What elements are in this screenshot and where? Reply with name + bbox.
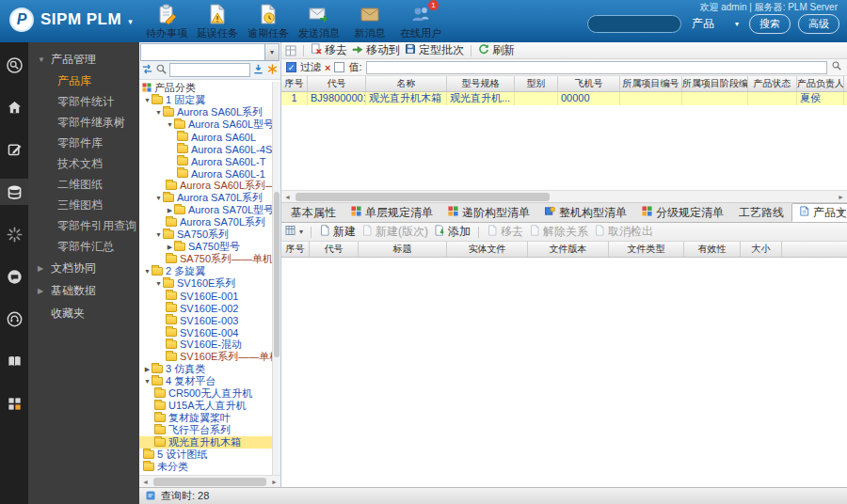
column-header-代号[interactable]: 代号 [310, 242, 359, 257]
tree-item[interactable]: 飞行平台系列 [139, 424, 280, 436]
tree-item[interactable]: Aurora SA60L [139, 131, 280, 143]
menu-item-零部件汇总[interactable]: 零部件汇总 [28, 236, 139, 257]
tabs-overflow-icon[interactable]: ▾ [839, 208, 843, 216]
global-search-input[interactable] [587, 15, 681, 33]
tree-item[interactable]: SV160E-004 [139, 326, 280, 339]
tab-递阶构型清单[interactable]: 递阶构型清单 [440, 203, 537, 222]
tree-expand-closed-icon[interactable]: ▶ [166, 207, 174, 214]
column-header-所属项目阶段编号[interactable]: 所属项目阶段编号 [682, 76, 748, 91]
tree-item[interactable]: ▼4 复材平台 [139, 375, 280, 387]
column-select-icon[interactable] [285, 45, 296, 56]
tree-expand-open-icon[interactable]: ▼ [143, 97, 152, 103]
sidebar-database-icon[interactable] [0, 179, 28, 205]
tree-expand-closed-icon[interactable]: ▶ [143, 366, 152, 373]
tree-item[interactable]: ▼Aurora SA60L型号 [139, 118, 280, 131]
tree-expand-open-icon[interactable]: ▼ [143, 378, 152, 385]
toolbar-button-定型批次[interactable]: 定型批次 [405, 42, 464, 58]
filter-clear-icon[interactable]: × [325, 62, 330, 73]
tree-expand-open-icon[interactable]: ▼ [154, 195, 163, 201]
column-header-产品状态[interactable]: 产品状态 [748, 76, 797, 91]
column-header-飞机号[interactable]: 飞机号 [558, 76, 620, 91]
menu-item-技术文档[interactable]: 技术文档 [28, 153, 139, 174]
tab-工艺路线[interactable]: 工艺路线 [731, 203, 791, 222]
topnav-send-message[interactable]: 发送消息 [294, 3, 344, 40]
tree-expand-open-icon[interactable]: ▼ [166, 121, 174, 128]
menu-item-零部件库[interactable]: 零部件库 [28, 133, 139, 153]
topnav-online-users[interactable]: 1在线用户 [395, 3, 446, 40]
topnav-delayed-tasks[interactable]: 延误任务 [192, 3, 243, 40]
tree-filter-combobox[interactable]: ▾ [140, 43, 280, 61]
tree-item[interactable]: CR500无人直升机 [139, 387, 280, 400]
filter-value-input[interactable] [366, 61, 828, 74]
tree-item[interactable]: ▶3 仿真类 [139, 363, 280, 375]
toolbar-button-刷新[interactable]: 刷新 [478, 42, 515, 58]
tab-分级规定清单[interactable]: 分级规定清单 [634, 203, 731, 222]
tree-expand-open-icon[interactable]: ▼ [154, 109, 163, 116]
tab-整机构型清单[interactable]: 整机构型清单 [537, 203, 634, 222]
tree-item[interactable]: ▼SV160E系列 [139, 277, 280, 290]
menu-item-零部件统计[interactable]: 零部件统计 [28, 91, 139, 112]
menu-section-基础数据[interactable]: ▶基础数据 [28, 279, 139, 302]
column-header-有效性[interactable]: 有效性 [684, 242, 741, 257]
tree-item[interactable]: Aurora SA60L-1 [139, 167, 280, 180]
sidebar-book-icon[interactable] [0, 348, 28, 374]
filter-search-icon[interactable] [831, 60, 842, 74]
column-header-型号规格[interactable]: 型号规格 [447, 76, 515, 91]
tree-item[interactable]: SV160E-003 [139, 314, 280, 326]
advanced-search-button[interactable]: 高级 [798, 14, 839, 34]
column-header-文件类型[interactable]: 文件类型 [609, 242, 684, 257]
tree-item[interactable]: Aurora SA70L系列单机构型 [139, 216, 280, 228]
tab-基本属性[interactable]: 基本属性 [283, 203, 344, 222]
files-toolbar-button-新建[interactable]: 新建 [319, 224, 356, 240]
column-header-所属项目编号[interactable]: 所属项目编号 [620, 76, 682, 91]
tree-vertical-scrollbar[interactable] [272, 82, 280, 475]
tree-item[interactable]: SV160E-002 [139, 302, 280, 314]
tree-item[interactable]: 5 设计图纸 [139, 449, 280, 461]
tree-item[interactable]: 观光直升机木箱 [139, 436, 280, 449]
column-header-名称[interactable]: 名称 [366, 76, 447, 91]
scroll-left-icon[interactable]: ◄ [139, 479, 152, 485]
sidebar-support-icon[interactable] [0, 306, 28, 332]
table-row[interactable]: 1BJ98000001观光直升机木箱观光直升机...00000夏侯 [281, 92, 847, 105]
topnav-new-message[interactable]: 新消息 [344, 3, 395, 40]
sidebar-chat-icon[interactable] [0, 263, 28, 290]
grid-dropdown-button[interactable]: ▾ [285, 225, 303, 239]
scroll-right-icon[interactable]: ► [268, 479, 280, 485]
column-header-大小[interactable]: 大小 [741, 242, 782, 257]
product-table-horizontal-scrollbar[interactable]: ◄ ► [281, 190, 847, 202]
match-checkbox[interactable] [334, 62, 344, 72]
tree-item[interactable]: 复材旋翼桨叶 [139, 412, 280, 424]
tree-expand-open-icon[interactable]: ▼ [143, 268, 152, 275]
highlight-star-icon[interactable] [266, 63, 279, 78]
tree-horizontal-scrollbar[interactable]: ◄ ► [139, 475, 280, 487]
tree-item[interactable]: SV160E-001 [139, 290, 280, 302]
search-button[interactable]: 搜索 [749, 14, 791, 34]
menu-section-产品管理[interactable]: ▼产品管理 [28, 48, 139, 71]
menu-item-零部件引用查询[interactable]: 零部件引用查询 [28, 215, 139, 236]
tree-item[interactable]: ▼SA750系列 [139, 228, 280, 241]
tree-expand-open-icon[interactable]: ▼ [154, 231, 163, 238]
tree-search-input[interactable] [169, 63, 250, 77]
menu-section-文档协同[interactable]: ▶文档协同 [28, 257, 139, 279]
menu-item-三维图档[interactable]: 三维图档 [28, 195, 139, 215]
menu-item-产品库[interactable]: 产品库 [28, 71, 139, 91]
tree-item[interactable]: ▼1 固定翼 [139, 94, 280, 106]
locate-down-icon[interactable] [252, 63, 264, 78]
tree-item[interactable]: Aurora SA60L-T [139, 155, 280, 167]
tree-item[interactable]: ▶Aurora SA70L型号 [139, 204, 280, 216]
tree-item[interactable]: SV160E-混动 [139, 339, 280, 351]
sidebar-compose-icon[interactable] [0, 136, 28, 163]
toolbar-button-移动到[interactable]: 移动到 [352, 42, 400, 58]
column-header-产品负责人[interactable]: 产品负责人 [797, 76, 844, 91]
tree-item[interactable]: ▶SA750型号 [139, 241, 280, 253]
sidebar-quick-search-icon[interactable] [0, 52, 28, 78]
tree-expand-closed-icon[interactable]: ▶ [166, 244, 174, 251]
tree-item[interactable]: ▼Aurora SA70L系列 [139, 192, 280, 204]
tree-item[interactable]: SV160E系列——单机构型 [139, 351, 280, 363]
tree-item[interactable]: Aurora SA60L-4S [139, 143, 280, 155]
menu-section-收藏夹[interactable]: 收藏夹 [28, 302, 139, 324]
column-header-实体文件[interactable]: 实体文件 [447, 242, 528, 257]
menu-item-零部件继承树[interactable]: 零部件继承树 [28, 112, 139, 133]
tree-search-icon[interactable] [155, 63, 168, 78]
scroll-right-icon[interactable]: ► [835, 194, 847, 200]
